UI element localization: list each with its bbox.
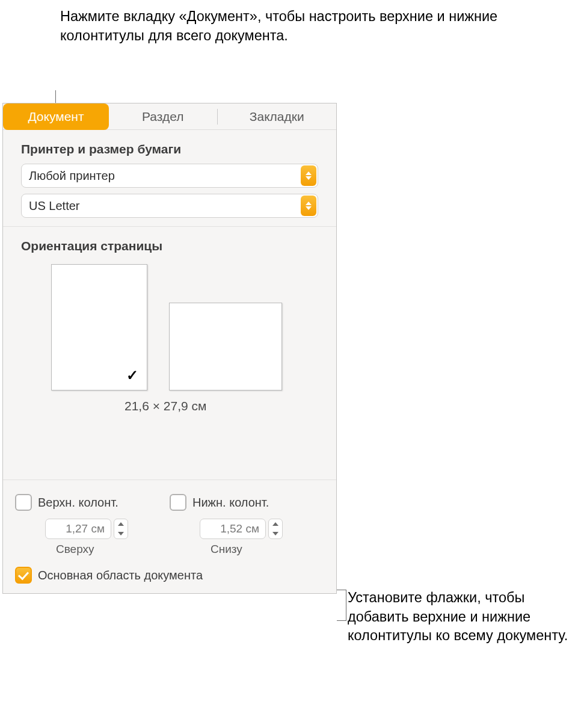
svg-marker-1: [306, 176, 312, 180]
orientation-portrait-button[interactable]: ✓: [51, 264, 147, 390]
svg-marker-0: [306, 171, 312, 175]
header-checkbox[interactable]: [15, 494, 32, 511]
tab-bookmarks-label: Закладки: [250, 110, 304, 124]
chevron-up-icon: [269, 519, 282, 529]
svg-marker-6: [272, 522, 278, 526]
printer-paper-header: Принтер и размер бумаги: [21, 142, 318, 156]
tab-bookmarks[interactable]: Закладки: [218, 103, 336, 129]
svg-marker-3: [306, 206, 312, 210]
footer-offset-field[interactable]: 1,52 см: [200, 519, 266, 539]
orientation-landscape-button[interactable]: [169, 303, 282, 390]
header-footer-section: Верхн. колонт. 1,27 см Сверху Нижн. коло…: [3, 480, 336, 593]
page-size-label: 21,6 × 27,9 см: [125, 399, 318, 413]
tab-document[interactable]: Документ: [3, 103, 109, 130]
svg-marker-4: [118, 522, 124, 526]
chevron-up-icon: [114, 519, 128, 529]
svg-marker-2: [306, 202, 312, 205]
printer-select-value: Любой принтер: [29, 169, 115, 183]
printer-select[interactable]: Любой принтер: [21, 164, 318, 188]
footer-stepper[interactable]: [268, 519, 283, 539]
svg-marker-7: [272, 532, 278, 535]
document-body-checkbox[interactable]: [15, 567, 32, 584]
tab-document-label: Документ: [28, 110, 84, 124]
header-position-label: Сверху: [56, 543, 170, 556]
footer-checkbox[interactable]: [170, 494, 186, 511]
callout-top-text: Нажмите вкладку «Документ», чтобы настро…: [60, 7, 575, 45]
orientation-section: Ориентация страницы ✓ 21,6 × 27,9 см: [3, 226, 336, 480]
inspector-tabs: Документ Раздел Закладки: [3, 103, 336, 130]
header-stepper[interactable]: [114, 519, 128, 539]
updown-icon: [301, 196, 316, 216]
svg-marker-5: [118, 532, 124, 535]
header-checkbox-label: Верхн. колонт.: [38, 496, 118, 510]
header-offset-field[interactable]: 1,27 см: [45, 519, 111, 539]
updown-icon: [301, 165, 316, 186]
footer-checkbox-label: Нижн. колонт.: [192, 496, 269, 510]
chevron-down-icon: [114, 529, 128, 538]
printer-paper-section: Принтер и размер бумаги Любой принтер US…: [3, 130, 336, 226]
footer-column: Нижн. колонт. 1,52 см Снизу: [170, 492, 324, 556]
paper-size-select[interactable]: US Letter: [21, 194, 318, 218]
chevron-down-icon: [269, 529, 282, 538]
check-icon: ✓: [126, 367, 138, 384]
callout-right-bracket: [337, 590, 346, 621]
document-inspector-panel: Документ Раздел Закладки Принтер и разме…: [2, 103, 337, 594]
document-body-label: Основная область документа: [38, 569, 203, 582]
orientation-header: Ориентация страницы: [21, 239, 318, 253]
tab-section-label: Раздел: [142, 110, 183, 124]
header-column: Верхн. колонт. 1,27 см Сверху: [15, 492, 170, 556]
orientation-options: ✓: [51, 264, 318, 390]
callout-right-text: Установите флажки, чтобы добавить верхни…: [348, 588, 575, 646]
footer-position-label: Снизу: [211, 543, 324, 556]
tab-section[interactable]: Раздел: [109, 103, 217, 129]
paper-size-select-value: US Letter: [29, 199, 79, 213]
